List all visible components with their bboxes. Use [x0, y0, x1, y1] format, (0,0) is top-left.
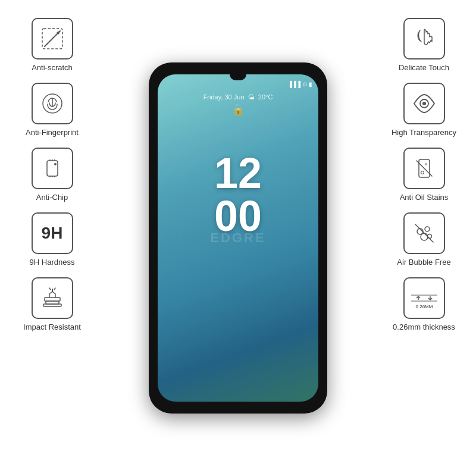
temp-text: 20°C [258, 93, 273, 101]
anti-chip-icon-box [32, 148, 73, 189]
thickness-icon-box: 0.26MM [403, 277, 445, 319]
svg-text:0.26MM: 0.26MM [415, 304, 433, 309]
air-bubble-free-label: Air Bubble Free [397, 258, 450, 267]
phone-wrapper: ▐▐▐ ⊙ ▮ Friday, 30 Jun 🌤 20°C 🔒 12 00 ED… [149, 62, 327, 414]
impact-icon [37, 283, 67, 313]
touch-icon [409, 24, 439, 54]
delicate-touch-icon-box [403, 18, 445, 60]
svg-line-18 [54, 288, 55, 290]
fingerprint-icon [37, 89, 67, 118]
svg-rect-13 [45, 298, 60, 301]
anti-oil-stains-label: Anti Oil Stains [400, 193, 449, 202]
thickness-label: 0.26mm thickness [393, 322, 455, 331]
air-bubble-free-icon-box [403, 212, 445, 254]
wifi-icon: ⊙ [302, 81, 307, 87]
feature-impact-resistant: Impact Resistant [6, 277, 98, 331]
feature-anti-scratch: Anti-scratch [6, 18, 98, 72]
thickness-icon: 0.26MM [406, 283, 442, 313]
impact-resistant-label: Impact Resistant [23, 322, 81, 331]
feature-high-transparency: High Transparency [378, 83, 470, 137]
feature-anti-fingerprint: Anti-Fingerprint [6, 83, 98, 137]
time-hours: 12 [158, 152, 318, 195]
status-icons: ▐▐▐ ⊙ ▮ [288, 81, 312, 87]
anti-scratch-icon-box [32, 18, 73, 60]
anti-scratch-label: Anti-scratch [32, 63, 73, 72]
svg-rect-5 [47, 161, 58, 176]
phone-outer: ▐▐▐ ⊙ ▮ Friday, 30 Jun 🌤 20°C 🔒 12 00 ED… [149, 62, 327, 414]
phone-screen: ▐▐▐ ⊙ ▮ Friday, 30 Jun 🌤 20°C 🔒 12 00 ED… [158, 74, 318, 402]
feature-delicate-touch: Delicate Touch [378, 18, 470, 72]
left-features: Anti-scratch Anti-Fingerprint [6, 18, 98, 331]
date-text: Friday, 30 Jun [203, 93, 245, 101]
oil-stain-icon [409, 154, 439, 183]
phone-time: 12 00 [158, 152, 318, 237]
phone-date: Friday, 30 Jun 🌤 20°C [158, 93, 318, 101]
chip-icon [37, 154, 67, 183]
time-mins: 00 [158, 195, 318, 237]
feature-anti-chip: Anti-Chip [6, 148, 98, 202]
bubble-icon [409, 218, 439, 248]
svg-point-20 [422, 102, 426, 105]
svg-point-12 [54, 163, 57, 165]
svg-point-22 [425, 163, 427, 165]
anti-fingerprint-icon-box [32, 83, 73, 124]
9h-icon: 9H [42, 224, 63, 243]
delicate-touch-label: Delicate Touch [399, 63, 449, 72]
anti-fingerprint-label: Anti-Fingerprint [26, 128, 79, 137]
svg-rect-15 [43, 304, 61, 306]
eye-icon [409, 89, 439, 118]
scratch-icon [37, 24, 67, 54]
high-transparency-icon-box [403, 83, 445, 124]
svg-point-27 [421, 233, 428, 240]
lock-icon: 🔒 [231, 103, 245, 116]
battery-icon: ▮ [309, 81, 312, 87]
svg-line-17 [49, 288, 51, 290]
impact-resistant-icon-box [32, 277, 73, 319]
9h-hardness-icon-box: 9H [32, 212, 73, 254]
main-container: Anti-scratch Anti-Fingerprint [0, 0, 476, 476]
feature-thickness: 0.26MM 0.26mm thickness [378, 277, 470, 331]
high-transparency-label: High Transparency [392, 128, 456, 137]
feature-anti-oil-stains: Anti Oil Stains [378, 148, 470, 202]
feature-9h-hardness: 9H 9H Hardness [6, 212, 98, 267]
9h-hardness-label: 9H Hardness [30, 258, 75, 267]
right-features: Delicate Touch High Transparency [378, 18, 470, 331]
anti-chip-label: Anti-Chip [36, 193, 68, 202]
feature-air-bubble-free: Air Bubble Free [378, 212, 470, 267]
svg-point-26 [425, 227, 430, 231]
anti-oil-stains-icon-box [403, 148, 445, 189]
svg-point-24 [421, 171, 424, 174]
signal-icon: ▐▐▐ [288, 81, 300, 87]
